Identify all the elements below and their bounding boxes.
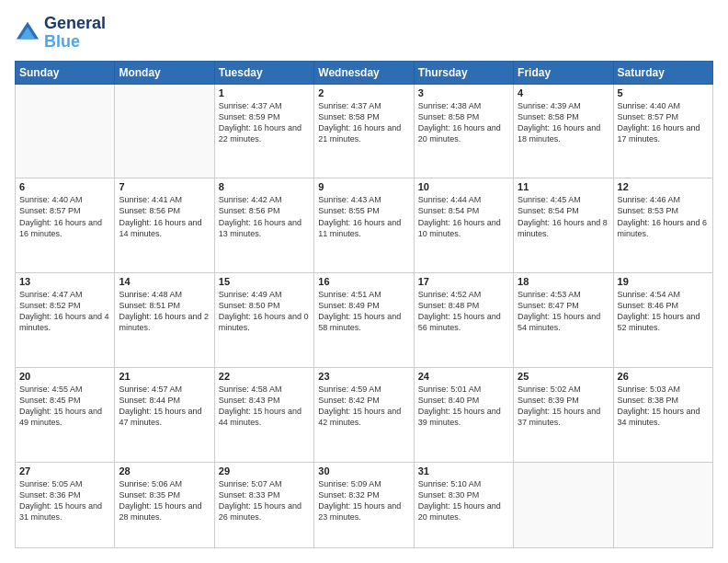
day-header-thursday: Thursday: [414, 61, 513, 84]
cell-details: Sunrise: 4:58 AM Sunset: 8:43 PM Dayligh…: [219, 384, 310, 429]
day-number: 7: [119, 181, 210, 192]
calendar-cell: 13Sunrise: 4:47 AM Sunset: 8:52 PM Dayli…: [16, 273, 115, 368]
calendar-header-row: SundayMondayTuesdayWednesdayThursdayFrid…: [16, 61, 713, 84]
calendar-cell: 20Sunrise: 4:55 AM Sunset: 8:45 PM Dayli…: [16, 367, 115, 462]
cell-details: Sunrise: 5:03 AM Sunset: 8:38 PM Dayligh…: [618, 384, 709, 429]
day-number: 26: [618, 371, 709, 382]
calendar-cell: 15Sunrise: 4:49 AM Sunset: 8:50 PM Dayli…: [214, 273, 313, 368]
calendar-cell: 19Sunrise: 4:54 AM Sunset: 8:46 PM Dayli…: [613, 273, 712, 368]
calendar-cell: 28Sunrise: 5:06 AM Sunset: 8:35 PM Dayli…: [115, 462, 214, 547]
calendar-cell: 22Sunrise: 4:58 AM Sunset: 8:43 PM Dayli…: [214, 367, 313, 462]
cell-details: Sunrise: 4:53 AM Sunset: 8:47 PM Dayligh…: [518, 289, 609, 334]
cell-details: Sunrise: 4:40 AM Sunset: 8:57 PM Dayligh…: [19, 194, 110, 239]
day-header-monday: Monday: [115, 61, 214, 84]
day-number: 21: [119, 371, 210, 382]
calendar-cell: 5Sunrise: 4:40 AM Sunset: 8:57 PM Daylig…: [613, 84, 712, 178]
day-number: 18: [518, 276, 609, 287]
calendar-week-row: 27Sunrise: 5:05 AM Sunset: 8:36 PM Dayli…: [16, 462, 713, 547]
calendar-cell: 10Sunrise: 4:44 AM Sunset: 8:54 PM Dayli…: [414, 178, 513, 273]
calendar-cell: 26Sunrise: 5:03 AM Sunset: 8:38 PM Dayli…: [613, 367, 712, 462]
calendar-cell: 12Sunrise: 4:46 AM Sunset: 8:53 PM Dayli…: [613, 178, 712, 273]
cell-details: Sunrise: 4:45 AM Sunset: 8:54 PM Dayligh…: [518, 194, 609, 239]
cell-details: Sunrise: 4:41 AM Sunset: 8:56 PM Dayligh…: [119, 194, 210, 239]
cell-details: Sunrise: 4:48 AM Sunset: 8:51 PM Dayligh…: [119, 289, 210, 334]
logo: General Blue: [15, 15, 106, 52]
day-number: 19: [618, 276, 709, 287]
calendar-cell: 11Sunrise: 4:45 AM Sunset: 8:54 PM Dayli…: [514, 178, 613, 273]
day-number: 10: [418, 181, 509, 192]
day-number: 17: [418, 276, 509, 287]
day-header-sunday: Sunday: [16, 61, 115, 84]
cell-details: Sunrise: 4:44 AM Sunset: 8:54 PM Dayligh…: [418, 194, 509, 239]
calendar-cell: [16, 84, 115, 178]
day-header-wednesday: Wednesday: [314, 61, 414, 84]
day-header-friday: Friday: [514, 61, 613, 84]
day-number: 9: [318, 181, 409, 192]
logo-icon: [15, 20, 40, 46]
calendar-cell: 6Sunrise: 4:40 AM Sunset: 8:57 PM Daylig…: [16, 178, 115, 273]
cell-details: Sunrise: 4:38 AM Sunset: 8:58 PM Dayligh…: [418, 100, 509, 145]
day-number: 24: [418, 371, 509, 382]
calendar-cell: 21Sunrise: 4:57 AM Sunset: 8:44 PM Dayli…: [115, 367, 214, 462]
calendar-cell: 17Sunrise: 4:52 AM Sunset: 8:48 PM Dayli…: [414, 273, 513, 368]
day-number: 8: [219, 181, 310, 192]
cell-details: Sunrise: 5:07 AM Sunset: 8:33 PM Dayligh…: [219, 478, 310, 523]
day-header-saturday: Saturday: [613, 61, 712, 84]
cell-details: Sunrise: 4:57 AM Sunset: 8:44 PM Dayligh…: [119, 384, 210, 429]
calendar-cell: 14Sunrise: 4:48 AM Sunset: 8:51 PM Dayli…: [115, 273, 214, 368]
cell-details: Sunrise: 4:42 AM Sunset: 8:56 PM Dayligh…: [219, 194, 310, 239]
cell-details: Sunrise: 4:47 AM Sunset: 8:52 PM Dayligh…: [19, 289, 110, 334]
day-number: 1: [219, 87, 310, 98]
calendar-week-row: 6Sunrise: 4:40 AM Sunset: 8:57 PM Daylig…: [16, 178, 713, 273]
cell-details: Sunrise: 4:59 AM Sunset: 8:42 PM Dayligh…: [318, 384, 409, 429]
cell-details: Sunrise: 5:06 AM Sunset: 8:35 PM Dayligh…: [119, 478, 210, 523]
day-number: 25: [518, 371, 609, 382]
cell-details: Sunrise: 4:52 AM Sunset: 8:48 PM Dayligh…: [418, 289, 509, 334]
calendar-week-row: 1Sunrise: 4:37 AM Sunset: 8:59 PM Daylig…: [16, 84, 713, 178]
calendar-cell: 16Sunrise: 4:51 AM Sunset: 8:49 PM Dayli…: [314, 273, 414, 368]
day-number: 22: [219, 371, 310, 382]
calendar-cell: 31Sunrise: 5:10 AM Sunset: 8:30 PM Dayli…: [414, 462, 513, 547]
cell-details: Sunrise: 4:43 AM Sunset: 8:55 PM Dayligh…: [318, 194, 409, 239]
day-header-tuesday: Tuesday: [214, 61, 313, 84]
calendar-cell: 2Sunrise: 4:37 AM Sunset: 8:58 PM Daylig…: [314, 84, 414, 178]
page: General Blue SundayMondayTuesdayWednesda…: [0, 0, 728, 563]
cell-details: Sunrise: 4:37 AM Sunset: 8:59 PM Dayligh…: [219, 100, 310, 145]
day-number: 30: [318, 465, 409, 477]
day-number: 20: [19, 371, 110, 382]
cell-details: Sunrise: 5:05 AM Sunset: 8:36 PM Dayligh…: [19, 478, 110, 523]
calendar-cell: 27Sunrise: 5:05 AM Sunset: 8:36 PM Dayli…: [16, 462, 115, 547]
cell-details: Sunrise: 4:49 AM Sunset: 8:50 PM Dayligh…: [219, 289, 310, 334]
calendar-week-row: 20Sunrise: 4:55 AM Sunset: 8:45 PM Dayli…: [16, 367, 713, 462]
calendar-cell: 30Sunrise: 5:09 AM Sunset: 8:32 PM Dayli…: [314, 462, 414, 547]
day-number: 2: [318, 87, 409, 98]
calendar-cell: 24Sunrise: 5:01 AM Sunset: 8:40 PM Dayli…: [414, 367, 513, 462]
calendar-cell: 29Sunrise: 5:07 AM Sunset: 8:33 PM Dayli…: [214, 462, 313, 547]
day-number: 5: [618, 87, 709, 98]
cell-details: Sunrise: 5:10 AM Sunset: 8:30 PM Dayligh…: [418, 478, 509, 523]
day-number: 11: [518, 181, 609, 192]
cell-details: Sunrise: 4:54 AM Sunset: 8:46 PM Dayligh…: [618, 289, 709, 334]
day-number: 6: [19, 181, 110, 192]
day-number: 13: [19, 276, 110, 287]
day-number: 14: [119, 276, 210, 287]
calendar-cell: [115, 84, 214, 178]
calendar-cell: 9Sunrise: 4:43 AM Sunset: 8:55 PM Daylig…: [314, 178, 414, 273]
calendar-cell: 25Sunrise: 5:02 AM Sunset: 8:39 PM Dayli…: [514, 367, 613, 462]
cell-details: Sunrise: 4:46 AM Sunset: 8:53 PM Dayligh…: [618, 194, 709, 239]
calendar-cell: [613, 462, 712, 547]
cell-details: Sunrise: 4:39 AM Sunset: 8:58 PM Dayligh…: [518, 100, 609, 145]
day-number: 23: [318, 371, 409, 382]
cell-details: Sunrise: 5:02 AM Sunset: 8:39 PM Dayligh…: [518, 384, 609, 429]
calendar-cell: 18Sunrise: 4:53 AM Sunset: 8:47 PM Dayli…: [514, 273, 613, 368]
day-number: 31: [418, 465, 509, 477]
calendar-table: SundayMondayTuesdayWednesdayThursdayFrid…: [15, 61, 713, 548]
cell-details: Sunrise: 5:01 AM Sunset: 8:40 PM Dayligh…: [418, 384, 509, 429]
logo-text: General Blue: [44, 15, 106, 52]
cell-details: Sunrise: 5:09 AM Sunset: 8:32 PM Dayligh…: [318, 478, 409, 523]
day-number: 29: [219, 465, 310, 477]
cell-details: Sunrise: 4:55 AM Sunset: 8:45 PM Dayligh…: [19, 384, 110, 429]
day-number: 3: [418, 87, 509, 98]
day-number: 15: [219, 276, 310, 287]
calendar-cell: 4Sunrise: 4:39 AM Sunset: 8:58 PM Daylig…: [514, 84, 613, 178]
